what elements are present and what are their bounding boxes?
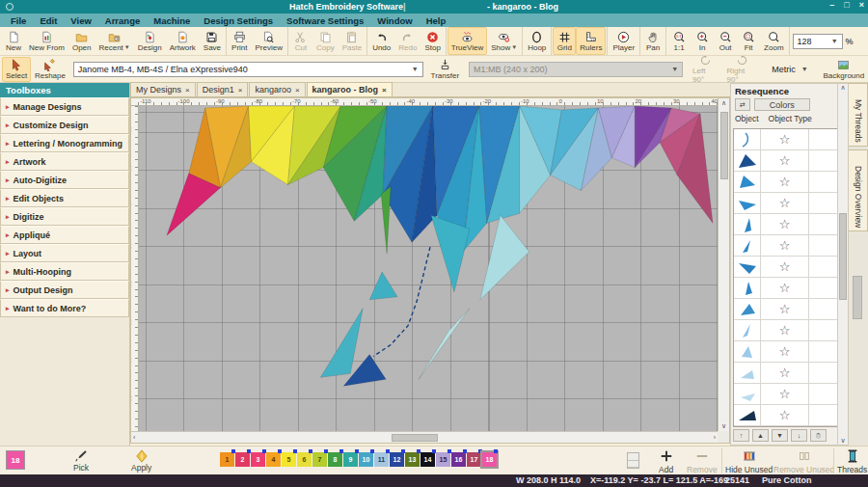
object-list-row[interactable]: ☆ [734,257,845,278]
object-list-row[interactable]: ☆ [734,129,845,150]
palette-spinner[interactable] [627,452,639,469]
rotate-right-90-button[interactable]: Right 90° [723,57,763,82]
1-1-button[interactable]: 1:11:1 [667,27,691,55]
tab-kangaroo-blog[interactable]: kangaroo - Blog× [307,82,393,96]
object-list-row[interactable]: ☆ [734,363,845,384]
toolbox-item-manage-designs[interactable]: ▸Manage Designs [0,97,129,116]
zoom-button[interactable]: Zoom [760,27,787,55]
object-list-row[interactable]: ☆ [734,150,845,172]
out-button[interactable]: Out [714,27,737,55]
horizontal-scrollbar[interactable]: ‹ › [131,431,718,443]
branching-star-toggle[interactable]: ☆ [761,363,809,383]
move-down-button[interactable]: ▼ [772,429,788,442]
color-swatch-17[interactable]: 17 [467,452,481,467]
design-patch[interactable] [431,215,470,292]
color-swatch-11[interactable]: 11 [374,452,389,467]
branching-star-toggle[interactable]: ☆ [761,341,809,362]
scroll-down-icon[interactable]: ∨ [719,421,728,431]
close-icon[interactable]: × [382,86,387,95]
design-button[interactable]: Design [134,27,166,55]
toolbox-item-layout[interactable]: ▸Layout [0,244,129,262]
units-select[interactable]: Metric ▼ [768,62,811,77]
rulers-button[interactable]: Rulers [576,27,606,55]
color-swatch-9[interactable]: 9 [343,452,358,467]
threads-button[interactable]: Threads [837,449,867,474]
preview-button[interactable]: Preview [252,27,286,55]
branching-star-toggle[interactable]: ☆ [761,257,809,277]
branching-star-toggle[interactable]: ☆ [761,384,809,404]
fit-button[interactable]: Fit [737,27,760,55]
delete-button[interactable] [810,429,827,442]
pan-button[interactable]: Pan [641,27,665,55]
apply-button[interactable]: Apply [131,449,151,473]
color-swatch-2[interactable]: 2 [235,452,250,467]
color-swatch-14[interactable]: 14 [420,452,435,467]
redo-button[interactable]: Redo [394,27,420,55]
object-list-row[interactable]: ☆ [734,299,845,320]
menu-design-settings[interactable]: Design Settings [197,15,280,26]
menu-view[interactable]: View [64,15,97,26]
paste-button[interactable]: Paste [339,27,366,55]
toolbox-item-edit-objects[interactable]: ▸Edit Objects [0,189,129,207]
print-button[interactable]: Print [228,27,251,55]
color-swatch-10[interactable]: 10 [359,452,373,467]
color-swatch-1[interactable]: 1 [220,452,234,467]
close-button[interactable]: × [859,0,864,10]
design-patch[interactable] [480,215,529,299]
branching-star-toggle[interactable]: ☆ [761,235,809,256]
color-swatch-4[interactable]: 4 [266,452,281,467]
background-button[interactable]: Background [820,57,868,82]
select-button[interactable]: Select [2,57,31,82]
menu-file[interactable]: File [4,15,33,26]
close-icon[interactable]: × [238,86,243,95]
player-button[interactable]: Player [609,27,638,55]
branching-star-toggle[interactable]: ☆ [761,129,809,149]
object-list-row[interactable]: ☆ [734,193,845,214]
color-swatch-3[interactable]: 3 [251,452,265,467]
color-swatch-7[interactable]: 7 [312,452,327,467]
design-canvas[interactable]: -110-100-90-80-70-60-50-40-30-20-1001020… [130,97,730,444]
remove-button[interactable]: Remove [687,449,718,474]
zoom-level-select[interactable]: 128▼ [793,34,843,49]
color-swatch-5[interactable]: 5 [282,452,296,467]
chevron-down-icon[interactable]: ▼ [831,38,838,44]
branching-star-toggle[interactable]: ☆ [761,299,809,319]
trueview-button[interactable]: TrueView [448,27,487,55]
remove-unused-button[interactable]: Remove Unused [773,449,834,474]
canvas-viewport[interactable] [139,106,718,431]
tab-kangaroo[interactable]: kangaroo× [249,82,305,96]
new-from-button[interactable]: New From [25,27,68,55]
artwork-button[interactable]: Artwork [166,27,200,55]
object-list-row[interactable]: ☆ [734,341,845,363]
color-swatch-15[interactable]: 15 [436,452,450,467]
transfer-button[interactable]: Transfer [427,57,463,82]
current-color-swatch[interactable]: 18 [6,450,25,470]
minimize-button[interactable]: – [829,0,834,10]
design-patch[interactable] [369,272,397,300]
color-swatch-13[interactable]: 13 [405,452,420,467]
design-patch[interactable] [419,309,470,380]
move-up-button[interactable]: ▲ [752,429,769,442]
toolbox-item-multi-hooping[interactable]: ▸Multi-Hooping [0,262,129,281]
horizontal-scroll-thumb[interactable] [392,434,438,442]
menu-arrange[interactable]: Arrange [98,15,147,26]
copy-button[interactable]: Copy [312,27,339,55]
grid-button[interactable]: Grid [553,27,576,55]
object-list-row[interactable]: ☆ [734,235,845,257]
toolbox-item-want-to-do-more[interactable]: ▸Want to do More? [0,299,129,317]
menu-window[interactable]: Window [370,15,419,26]
hoop-button[interactable]: Hoop [524,27,550,55]
colors-button[interactable]: Colors [754,98,810,111]
tab-design1[interactable]: Design1× [197,82,249,96]
object-list-row[interactable]: ☆ [734,278,845,299]
branching-star-toggle[interactable]: ☆ [761,320,809,340]
branching-star-toggle[interactable]: ☆ [761,150,809,171]
menu-edit[interactable]: Edit [33,15,64,26]
branching-star-toggle[interactable]: ☆ [761,172,809,192]
toolbox-item-auto-digitize[interactable]: ▸Auto-Digitize [0,171,129,189]
toolbox-item-output-design[interactable]: ▸Output Design [0,281,129,299]
move-to-top-button[interactable]: ↑ [733,429,749,442]
design-patch[interactable] [381,187,391,255]
color-swatch-8[interactable]: 8 [328,452,342,467]
object-list-row[interactable]: ☆ [734,214,845,235]
